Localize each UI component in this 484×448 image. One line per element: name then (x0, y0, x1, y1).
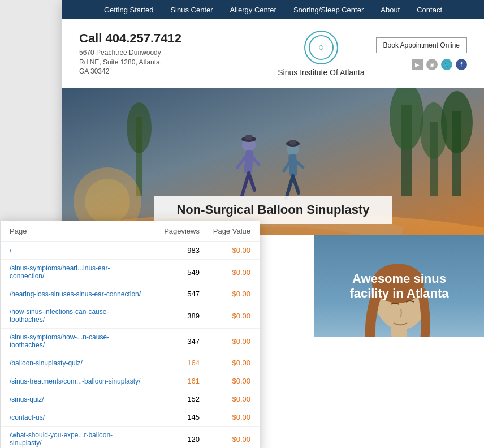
site-header: Call 404.257.7412 5670 Peachtree Dunwood… (62, 19, 484, 88)
logo-circle (304, 31, 338, 64)
table-row[interactable]: /what-should-you-expe...r-balloon-sinupl… (1, 427, 260, 448)
svg-point-27 (85, 179, 130, 224)
instagram-icon[interactable]: ◉ (426, 59, 438, 70)
table-body: / 983 $0.00 /sinus-symptoms/heari...inus… (1, 242, 260, 448)
facebook-icon[interactable]: f (456, 59, 467, 70)
table-row[interactable]: /sinus-symptoms/heari...inus-ear-connect… (1, 260, 260, 285)
youtube-icon[interactable]: ▶ (412, 59, 423, 70)
phone-number: Call 404.257.7412 (79, 31, 266, 46)
header-contact-info: Call 404.257.7412 5670 Peachtree Dunwood… (79, 31, 266, 76)
pageviews-value: 347 (143, 337, 200, 346)
svg-rect-25 (289, 140, 296, 145)
page-path[interactable]: /sinus-symptoms/how-...n-cause-toothache… (10, 333, 143, 349)
pageviews-value: 547 (143, 290, 200, 298)
analytics-table: Page Pageviews Page Value / 983 $0.00 /s… (0, 221, 260, 448)
top-navigation: Getting Started Sinus Center Allergy Cen… (62, 0, 484, 19)
page-value: $0.00 (200, 413, 250, 421)
hero-section: Non-Surgical Balloon Sinuplasty (62, 88, 484, 235)
pageviews-value: 161 (143, 377, 200, 385)
col-header-page: Page (10, 227, 143, 235)
page-path[interactable]: /sinus-symptoms/heari...inus-ear-connect… (10, 264, 143, 280)
logo-dot (319, 45, 323, 50)
page-value: $0.00 (200, 377, 250, 385)
page-path[interactable]: /how-sinus-infections-can-cause-toothach… (10, 308, 143, 324)
table-header: Page Pageviews Page Value (1, 221, 260, 242)
table-row[interactable]: /how-sinus-infections-can-cause-toothach… (1, 303, 260, 329)
table-row[interactable]: / 983 $0.00 (1, 242, 260, 260)
hero-title-box: Non-Surgical Balloon Sinuplasty (154, 196, 392, 224)
page-path[interactable]: /hearing-loss-sinuses-sinus-ear-connecti… (10, 290, 143, 298)
nav-item-about[interactable]: About (381, 6, 400, 14)
table-row[interactable]: /contact-us/ 145 $0.00 (1, 408, 260, 427)
page-value: $0.00 (200, 359, 250, 367)
nav-item-allergy-center[interactable]: Allergy Center (230, 6, 276, 14)
header-logo-area: Sinus Institute Of Atlanta (278, 31, 364, 77)
page-value: $0.00 (200, 435, 250, 443)
address-line1: 5670 Peachtree Dunwoody (79, 49, 161, 57)
page-value: $0.00 (200, 312, 250, 320)
right-image-text: Awesome sinus facility in Atlanta (338, 260, 460, 312)
pageviews-value: 389 (143, 312, 200, 320)
pageviews-value: 983 (143, 246, 200, 255)
right-text-line2: facility in Atlanta (349, 286, 448, 300)
logo-inner (309, 35, 334, 60)
svg-rect-19 (288, 154, 297, 176)
site-name: Sinus Institute Of Atlanta (278, 68, 364, 77)
right-image-area: Awesome sinus facility in Atlanta (314, 235, 484, 337)
table-row[interactable]: /hearing-loss-sinuses-sinus-ear-connecti… (1, 285, 260, 303)
svg-point-7 (441, 91, 473, 153)
col-header-value: Page Value (200, 227, 250, 235)
hero-title: Non-Surgical Balloon Sinuplasty (176, 203, 369, 217)
table-row[interactable]: /sinus-quiz/ 152 $0.00 (1, 390, 260, 408)
page-value: $0.00 (200, 246, 250, 255)
page-value: $0.00 (200, 268, 250, 277)
address-line3: GA 30342 (79, 67, 109, 75)
address: 5670 Peachtree Dunwoody Rd NE, Suite 128… (79, 48, 266, 76)
svg-point-9 (127, 102, 152, 153)
table-row[interactable]: /sinus-symptoms/how-...n-cause-toothache… (1, 329, 260, 354)
page-path[interactable]: /sinus-quiz/ (10, 395, 143, 403)
nav-item-contact[interactable]: Contact (417, 6, 442, 14)
page-path[interactable]: /balloon-sinuplasty-quiz/ (10, 359, 143, 367)
table-row[interactable]: /sinus-treatments/com...-balloon-sinupla… (1, 372, 260, 390)
header-right-area: Book Appointment Online ▶ ◉ 🐦 f (376, 37, 467, 70)
pageviews-value: 145 (143, 413, 200, 421)
pageviews-value: 549 (143, 268, 200, 277)
col-header-pageviews: Pageviews (143, 227, 200, 235)
twitter-icon[interactable]: 🐦 (441, 59, 452, 70)
page-path[interactable]: /what-should-you-expe...r-balloon-sinupl… (10, 431, 143, 447)
book-appointment-button[interactable]: Book Appointment Online (376, 37, 467, 53)
page-path[interactable]: /sinus-treatments/com...-balloon-sinupla… (10, 377, 143, 385)
right-text-line1: Awesome sinus (352, 272, 446, 286)
page-value: $0.00 (200, 337, 250, 346)
svg-rect-17 (245, 135, 252, 140)
pageviews-value: 164 (143, 359, 200, 367)
page-path[interactable]: / (10, 247, 143, 255)
page-value: $0.00 (200, 395, 250, 403)
nav-item-snoring-sleep[interactable]: Snoring/Sleep Center (293, 6, 364, 14)
page-value: $0.00 (200, 290, 250, 298)
address-line2: Rd NE, Suite 1280, Atlanta, (79, 58, 162, 66)
nav-item-getting-started[interactable]: Getting Started (104, 6, 153, 14)
pageviews-value: 152 (143, 395, 200, 403)
social-icons-group: ▶ ◉ 🐦 f (412, 59, 467, 70)
table-row[interactable]: /balloon-sinuplasty-quiz/ 164 $0.00 (1, 354, 260, 372)
page-path[interactable]: /contact-us/ (10, 413, 143, 421)
nav-item-sinus-center[interactable]: Sinus Center (170, 6, 213, 14)
pageviews-value: 120 (143, 435, 200, 443)
